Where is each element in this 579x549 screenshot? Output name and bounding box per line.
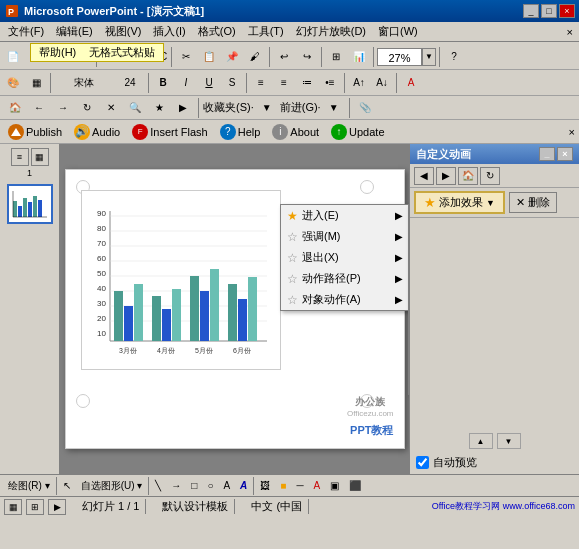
ctx-object[interactable]: ☆ 对象动作(A) ▶	[281, 289, 409, 310]
panel-nav-refresh[interactable]: ↻	[480, 167, 500, 185]
menu-file[interactable]: 文件(F)	[2, 23, 50, 40]
oval-tool[interactable]: ○	[203, 477, 217, 495]
font-btn[interactable]: 宋体	[54, 72, 114, 94]
draw-menu[interactable]: 绘图(R) ▾	[4, 477, 54, 495]
auto-preview-checkbox[interactable]	[416, 456, 429, 469]
bold-button[interactable]: B	[152, 72, 174, 94]
nav-home[interactable]: 🏠	[4, 97, 26, 119]
menu-tools[interactable]: 工具(T)	[242, 23, 290, 40]
slide-sorter-btn[interactable]: ⊞	[26, 499, 44, 515]
zoom-control[interactable]: 27% ▼	[377, 48, 436, 66]
cut-button[interactable]: ✂	[175, 46, 197, 68]
bullet-btn[interactable]: •≡	[319, 72, 341, 94]
plugin-extra[interactable]: 📎	[354, 97, 376, 119]
font-color-tool2[interactable]: A	[309, 477, 324, 495]
increase-font[interactable]: A↑	[348, 72, 370, 94]
autoshape-menu[interactable]: 自选图形(U) ▾	[77, 477, 147, 495]
font-color[interactable]: A	[400, 72, 422, 94]
collections-dropdown[interactable]: ▼	[256, 97, 278, 119]
line-tool[interactable]: ╲	[151, 477, 165, 495]
menu-help[interactable]: 帮助(H)	[39, 46, 76, 58]
ctx-exit[interactable]: ☆ 退出(X) ▶	[281, 247, 409, 268]
help-plugin-button[interactable]: ? Help	[216, 123, 265, 141]
insert-table[interactable]: ⊞	[325, 46, 347, 68]
nav-stop[interactable]: ✕	[100, 97, 122, 119]
panel-close[interactable]: ×	[557, 147, 573, 161]
minimize-button[interactable]: _	[523, 4, 539, 18]
forward-dropdown[interactable]: ▼	[323, 97, 345, 119]
menu-insert[interactable]: 插入(I)	[147, 23, 191, 40]
audio-button[interactable]: 🔊 Audio	[70, 123, 124, 141]
textbox-tool[interactable]: A	[219, 477, 234, 495]
shadow-button[interactable]: S	[221, 72, 243, 94]
line-color-tool[interactable]: ─	[292, 477, 307, 495]
zoom-dropdown[interactable]: ▼	[422, 48, 436, 66]
3d-tool[interactable]: ⬛	[345, 477, 365, 495]
toolbar-close[interactable]: ×	[569, 126, 575, 138]
insert-chart[interactable]: 📊	[348, 46, 370, 68]
panel-nav-home[interactable]: 🏠	[458, 167, 478, 185]
paste-button[interactable]: 📌	[221, 46, 243, 68]
maximize-button[interactable]: □	[541, 4, 557, 18]
delete-button[interactable]: ✕ 删除	[509, 192, 557, 213]
add-effect-button[interactable]: ★ 添加效果 ▼	[414, 191, 505, 214]
wordart-tool[interactable]: A	[236, 477, 251, 495]
window-controls[interactable]: _ □ ×	[523, 4, 575, 18]
panel-nav-left[interactable]: ◀	[414, 167, 434, 185]
zoom-value[interactable]: 27%	[377, 48, 422, 66]
publish-button[interactable]: Publish	[4, 123, 66, 141]
slide-thumbnail[interactable]	[7, 184, 53, 224]
ctx-enter[interactable]: ★ 进入(E) ▶	[281, 205, 409, 226]
italic-button[interactable]: I	[175, 72, 197, 94]
panel-nav-right[interactable]: ▶	[436, 167, 456, 185]
redo-button[interactable]: ↪	[296, 46, 318, 68]
arrow-tool[interactable]: →	[167, 477, 185, 495]
decrease-font[interactable]: A↓	[371, 72, 393, 94]
slideshow-btn[interactable]: ▶	[48, 499, 66, 515]
numbering-btn[interactable]: ≔	[296, 72, 318, 94]
menu-slideshow[interactable]: 幻灯片放映(D)	[290, 23, 372, 40]
ctx-path[interactable]: ☆ 动作路径(P) ▶	[281, 268, 409, 289]
help-button[interactable]: ?	[443, 46, 465, 68]
cursor-tool[interactable]: ↖	[59, 477, 75, 495]
menu-edit[interactable]: 编辑(E)	[50, 23, 99, 40]
ctx-emphasize[interactable]: ☆ 强调(M) ▶	[281, 226, 409, 247]
align-left[interactable]: ≡	[250, 72, 272, 94]
rect-tool[interactable]: □	[187, 477, 201, 495]
underline-button[interactable]: U	[198, 72, 220, 94]
svg-text:P: P	[8, 7, 14, 17]
align-center[interactable]: ≡	[273, 72, 295, 94]
undo-button[interactable]: ↩	[273, 46, 295, 68]
about-button[interactable]: i About	[268, 123, 323, 141]
close-button[interactable]: ×	[559, 4, 575, 18]
collections-label[interactable]: 收藏夹(S)·	[203, 100, 254, 115]
nav-back[interactable]: ←	[28, 97, 50, 119]
scroll-down-button[interactable]: ▼	[497, 433, 521, 449]
scroll-up-button[interactable]: ▲	[469, 433, 493, 449]
nav-search[interactable]: 🔍	[124, 97, 146, 119]
menu-window[interactable]: 窗口(W)	[372, 23, 424, 40]
menu-view[interactable]: 视图(V)	[99, 23, 148, 40]
insert-flash-button[interactable]: F Insert Flash	[128, 123, 211, 141]
outline-view[interactable]: ≡	[11, 148, 29, 166]
new-button[interactable]: 📄	[2, 46, 24, 68]
nav-media[interactable]: ▶	[172, 97, 194, 119]
clipart-tool[interactable]: 🖼	[256, 477, 274, 495]
nav-refresh[interactable]: ↻	[76, 97, 98, 119]
fontsize-btn[interactable]: 24	[115, 72, 145, 94]
update-button[interactable]: ↑ Update	[327, 123, 388, 141]
shadow-style-tool[interactable]: ▣	[326, 477, 343, 495]
copy-button[interactable]: 📋	[198, 46, 220, 68]
slide-view[interactable]: ▦	[31, 148, 49, 166]
menu-format[interactable]: 格式(O)	[192, 23, 242, 40]
slide-layout[interactable]: ▦	[25, 72, 47, 94]
panel-minimize[interactable]: _	[539, 147, 555, 161]
design-button[interactable]: 🎨	[2, 72, 24, 94]
close-x[interactable]: ×	[563, 26, 577, 38]
normal-view-btn[interactable]: ▦	[4, 499, 22, 515]
forward-label[interactable]: 前进(G)·	[280, 100, 321, 115]
format-painter[interactable]: 🖌	[244, 46, 266, 68]
nav-favorites[interactable]: ★	[148, 97, 170, 119]
nav-forward2[interactable]: →	[52, 97, 74, 119]
fill-color-tool[interactable]: ■	[276, 477, 290, 495]
